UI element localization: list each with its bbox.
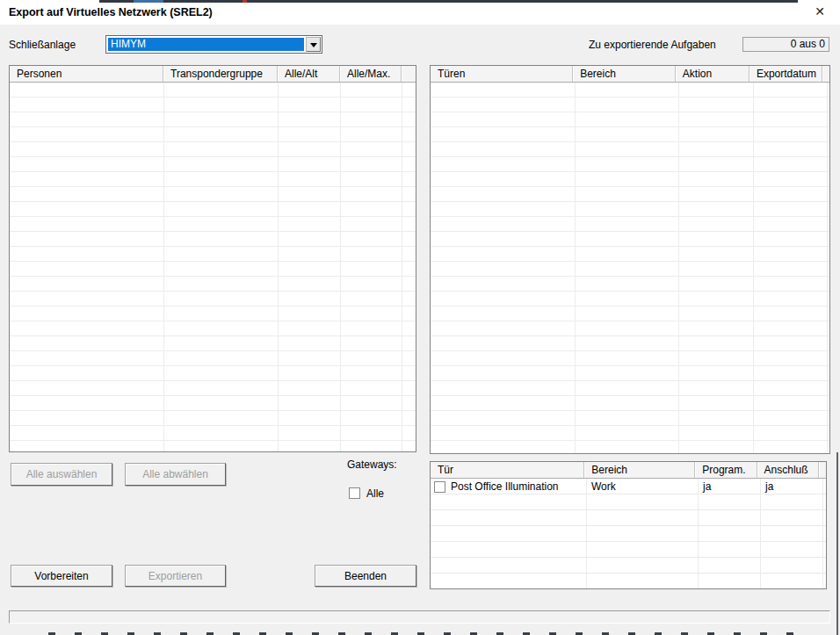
column-header-tuer[interactable]: Tür <box>431 462 584 478</box>
gateway-table-header: Tür Bereich Program. Anschluß <box>431 462 826 479</box>
column-header-alle-max[interactable]: Alle/Max. <box>340 66 402 82</box>
close-icon[interactable]: ✕ <box>807 0 833 25</box>
combobox-dropdown-button[interactable] <box>306 37 321 52</box>
titlebar: Export auf Virtuelles Netzwerk (SREL2) ✕ <box>0 0 840 25</box>
doors-table: Türen Bereich Aktion Exportdatum <box>430 65 830 454</box>
gateway-row-checkbox[interactable] <box>434 481 445 493</box>
background-window-edge-right <box>836 452 838 635</box>
select-all-button: Alle auswählen <box>11 463 112 486</box>
doors-table-body[interactable] <box>431 83 829 453</box>
window-title: Export auf Virtuelles Netzwerk (SREL2) <box>9 0 213 25</box>
gateway-table-row[interactable]: Post Office Illumination Work ja ja <box>431 479 826 494</box>
lock-system-label: Schließanlage <box>9 39 76 51</box>
column-header-tueren[interactable]: Türen <box>431 66 573 82</box>
deselect-all-button: Alle abwählen <box>125 463 226 486</box>
column-header-anschluss[interactable]: Anschluß <box>757 462 819 478</box>
progress-bar <box>9 610 830 624</box>
background-window-edge-top <box>99 0 798 3</box>
lock-system-selected-value: HIMYM <box>108 38 304 51</box>
gateway-door-name: Post Office Illumination <box>445 479 559 494</box>
tasks-to-export-count-field: 0 aus 0 <box>742 37 829 52</box>
background-window-edge-top-dot <box>243 0 247 3</box>
gateways-label: Gateways: <box>347 458 397 471</box>
column-header-transpondergruppe[interactable]: Transpondergruppe <box>163 66 278 82</box>
column-header-exportdatum[interactable]: Exportdatum <box>749 66 822 82</box>
tasks-to-export-label: Zu exportierende Aufgaben <box>589 39 716 51</box>
gateway-programmed: ja <box>698 479 760 494</box>
chevron-down-icon <box>310 43 317 47</box>
gateway-area: Work <box>586 479 698 494</box>
column-header-stub <box>822 66 829 82</box>
gateways-all-checkbox-label[interactable]: Alle <box>366 487 384 500</box>
export-button: Exportieren <box>125 565 226 587</box>
gateway-connected: ja <box>760 479 822 494</box>
gateway-table: Tür Bereich Program. Anschluß Post Offic… <box>430 461 827 589</box>
column-header-aktion[interactable]: Aktion <box>676 66 749 82</box>
column-header-bereich[interactable]: Bereich <box>584 462 695 478</box>
persons-table: Personen Transpondergruppe Alle/Alt Alle… <box>9 65 416 452</box>
background-window-edge-top-accent <box>134 0 163 3</box>
lock-system-combobox[interactable]: HIMYM <box>105 35 322 54</box>
persons-table-body[interactable] <box>10 83 416 451</box>
persons-table-header: Personen Transpondergruppe Alle/Alt Alle… <box>10 66 416 83</box>
prepare-button[interactable]: Vorbereiten <box>11 565 112 587</box>
column-header-bereich[interactable]: Bereich <box>573 66 676 82</box>
doors-table-header: Türen Bereich Aktion Exportdatum <box>431 66 829 83</box>
column-header-stub <box>402 66 416 82</box>
column-header-programm[interactable]: Program. <box>695 462 757 478</box>
gateway-table-body[interactable]: Post Office Illumination Work ja ja <box>431 479 826 588</box>
column-header-personen[interactable]: Personen <box>10 66 163 82</box>
gateways-all-checkbox[interactable] <box>349 487 360 499</box>
quit-button[interactable]: Beenden <box>315 565 416 587</box>
column-header-stub <box>819 462 826 478</box>
column-header-alle-alt[interactable]: Alle/Alt <box>278 66 340 82</box>
